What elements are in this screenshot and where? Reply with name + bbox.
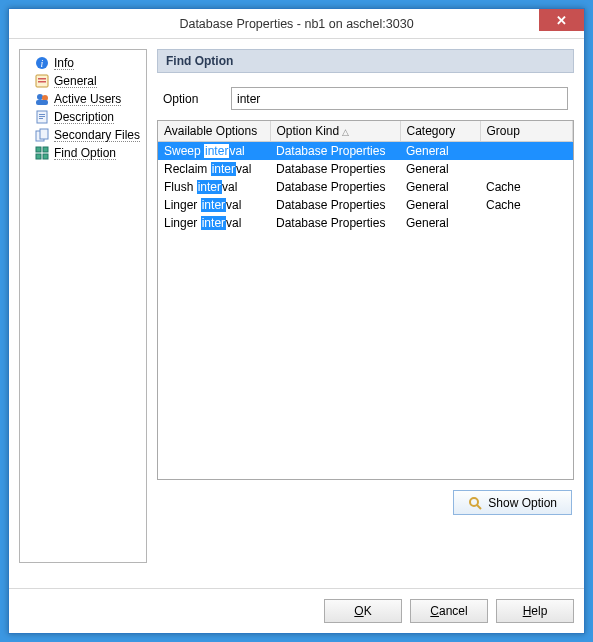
svg-rect-11 [39, 118, 43, 119]
sidebar-item-label: Active Users [54, 93, 121, 106]
close-icon: ✕ [556, 13, 567, 28]
cancel-button[interactable]: Cancel [410, 599, 488, 623]
sidebar-item-info[interactable]: i Info [22, 54, 144, 72]
sidebar-item-label: Find Option [54, 147, 116, 160]
svg-rect-13 [40, 129, 48, 139]
sidebar-item-label: General [54, 75, 97, 88]
option-label: Option [163, 92, 221, 106]
panel-header: Find Option [157, 49, 574, 73]
close-button[interactable]: ✕ [539, 9, 584, 31]
table-row[interactable]: Linger interval Database Properties Gene… [158, 196, 573, 214]
option-input[interactable] [231, 87, 568, 110]
sidebar-item-label: Secondary Files [54, 129, 140, 142]
properties-icon [34, 73, 50, 89]
svg-point-5 [37, 94, 43, 100]
svg-rect-9 [39, 114, 45, 115]
titlebar: Database Properties - nb1 on aschel:3030… [9, 9, 584, 39]
footer: OK Cancel Help [9, 588, 584, 633]
svg-rect-3 [38, 78, 46, 80]
table-header-row: Available Options Option Kind Category G… [158, 121, 573, 141]
window-title: Database Properties - nb1 on aschel:3030 [179, 17, 413, 31]
ok-button[interactable]: OK [324, 599, 402, 623]
description-icon [34, 109, 50, 125]
table-row[interactable]: Reclaim interval Database Properties Gen… [158, 160, 573, 178]
show-option-row: Show Option [157, 480, 574, 515]
sidebar-item-find-option[interactable]: Find Option [22, 144, 144, 162]
svg-point-18 [470, 498, 478, 506]
table-row[interactable]: Sweep interval Database Properties Gener… [158, 141, 573, 160]
svg-rect-16 [36, 154, 41, 159]
col-group[interactable]: Group [480, 121, 573, 141]
svg-rect-14 [36, 147, 41, 152]
svg-rect-17 [43, 154, 48, 159]
sidebar-item-secondary-files[interactable]: Secondary Files [22, 126, 144, 144]
col-option-kind[interactable]: Option Kind [270, 121, 400, 141]
option-row: Option [157, 73, 574, 120]
dialog-body: i Info General Active Users De [9, 39, 584, 588]
sidebar-item-active-users[interactable]: Active Users [22, 90, 144, 108]
sidebar-item-general[interactable]: General [22, 72, 144, 90]
files-icon [34, 127, 50, 143]
col-available-options[interactable]: Available Options [158, 121, 270, 141]
options-table: Available Options Option Kind Category G… [157, 120, 574, 480]
svg-rect-4 [38, 81, 46, 83]
svg-line-19 [477, 505, 481, 509]
sidebar-item-description[interactable]: Description [22, 108, 144, 126]
show-option-label: Show Option [488, 496, 557, 510]
find-icon [34, 145, 50, 161]
svg-rect-15 [43, 147, 48, 152]
sidebar-item-label: Description [54, 111, 114, 124]
dialog-window: Database Properties - nb1 on aschel:3030… [8, 8, 585, 634]
users-icon [34, 91, 50, 107]
table-row[interactable]: Linger interval Database Properties Gene… [158, 214, 573, 232]
right-pane: Find Option Option Available Options Opt… [157, 49, 574, 578]
table-row[interactable]: Flush interval Database Properties Gener… [158, 178, 573, 196]
svg-text:i: i [41, 58, 44, 69]
col-category[interactable]: Category [400, 121, 480, 141]
search-icon [468, 496, 482, 510]
sidebar: i Info General Active Users De [19, 49, 147, 563]
sidebar-item-label: Info [54, 57, 74, 70]
help-button[interactable]: Help [496, 599, 574, 623]
svg-rect-10 [39, 116, 45, 117]
svg-rect-7 [36, 100, 48, 105]
show-option-button[interactable]: Show Option [453, 490, 572, 515]
info-icon: i [34, 55, 50, 71]
